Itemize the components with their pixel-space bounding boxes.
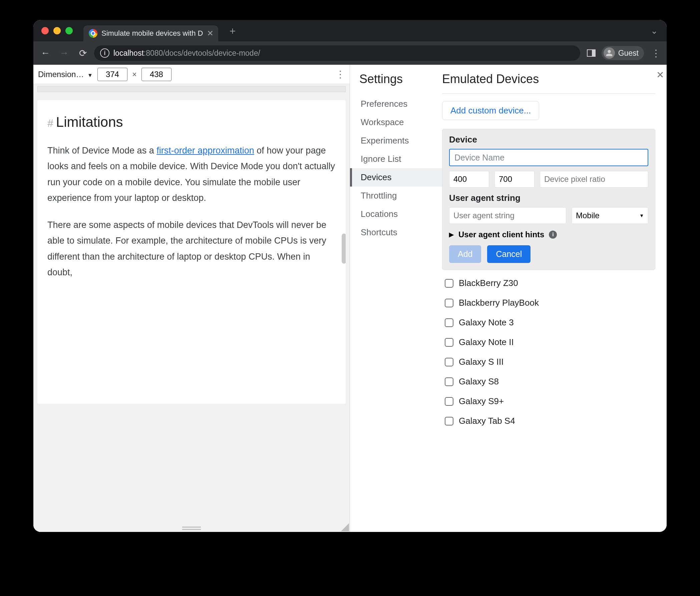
device-name-label: Galaxy Tab S4: [459, 416, 515, 426]
triangle-right-icon: ▶: [449, 231, 454, 238]
url-path: /docs/devtools/device-mode/: [163, 49, 260, 57]
settings-item-throttling[interactable]: Throttling: [359, 187, 442, 205]
tab-title: Simulate mobile devices with D: [101, 29, 203, 38]
user-agent-input[interactable]: [449, 207, 566, 224]
checkbox-icon[interactable]: [445, 279, 453, 288]
ua-client-hints-toggle[interactable]: ▶ User agent client hints i: [449, 230, 648, 239]
cancel-button[interactable]: Cancel: [487, 245, 530, 263]
settings-item-preferences[interactable]: Preferences: [359, 95, 442, 113]
device-name-label: BlackBerry Z30: [459, 278, 518, 288]
side-panel-icon[interactable]: [587, 49, 596, 57]
browser-window: Simulate mobile devices with D ✕ ＋ ⌄ ← →…: [33, 20, 667, 532]
checkbox-icon[interactable]: [445, 338, 453, 347]
device-name-input[interactable]: [449, 149, 648, 166]
device-name-label: Galaxy S8: [459, 376, 499, 387]
info-icon[interactable]: i: [549, 230, 557, 239]
ruler: [38, 86, 346, 92]
back-button[interactable]: ←: [38, 46, 53, 60]
ua-type-value: Mobile: [576, 211, 600, 220]
profile-label: Guest: [618, 49, 639, 58]
browser-tab[interactable]: Simulate mobile devices with D ✕: [83, 25, 218, 41]
device-name-label: Blackberry PlayBook: [459, 298, 539, 308]
site-info-icon[interactable]: i: [100, 48, 109, 58]
maximize-window-icon[interactable]: [66, 27, 73, 34]
toolbar: ← → ⟳ i localhost:8080/docs/devtools/dev…: [33, 41, 667, 65]
forward-button[interactable]: →: [57, 46, 71, 60]
settings-item-locations[interactable]: Locations: [359, 205, 442, 223]
minimize-window-icon[interactable]: [53, 27, 61, 34]
page-paragraph-2: There are some aspects of mobile devices…: [47, 217, 336, 280]
device-label: Device: [449, 134, 648, 145]
chevron-down-icon: ▼: [639, 213, 644, 218]
reload-button[interactable]: ⟳: [75, 46, 90, 60]
resize-grip-icon[interactable]: [182, 527, 201, 530]
device-pixel-ratio-input[interactable]: [540, 171, 648, 188]
titlebar: Simulate mobile devices with D ✕ ＋ ⌄: [33, 20, 667, 41]
device-row[interactable]: Galaxy Tab S4: [442, 411, 655, 431]
devtools-settings-pane: Settings PreferencesWorkspaceExperiments…: [350, 65, 667, 532]
add-button[interactable]: Add: [449, 245, 481, 263]
custom-device-form: Device User agent string Mobile ▼: [442, 129, 655, 270]
page-heading: # Limitations: [47, 114, 336, 130]
settings-main: ✕ Emulated Devices Add custom device... …: [442, 65, 667, 532]
close-settings-icon[interactable]: ✕: [656, 69, 664, 80]
device-row[interactable]: Galaxy S8: [442, 372, 655, 392]
url-host: localhost: [114, 49, 144, 57]
settings-item-workspace[interactable]: Workspace: [359, 113, 442, 131]
scrollbar-thumb[interactable]: [342, 233, 346, 264]
width-input[interactable]: [97, 68, 127, 81]
device-name-label: Galaxy Note II: [459, 337, 514, 347]
dimensions-label: Dimension…: [38, 70, 84, 79]
device-row[interactable]: Galaxy S III: [442, 352, 655, 372]
toolbar-right: Guest ⋮: [587, 46, 662, 60]
checkbox-icon[interactable]: [445, 397, 453, 406]
checkbox-icon[interactable]: [445, 377, 453, 386]
checkbox-icon[interactable]: [445, 299, 453, 307]
device-toolbar-menu-icon[interactable]: ⋮: [336, 69, 345, 80]
tab-close-icon[interactable]: ✕: [207, 29, 214, 38]
device-name-label: Galaxy S III: [459, 357, 503, 367]
browser-menu-icon[interactable]: ⋮: [650, 48, 662, 59]
add-custom-device-button[interactable]: Add custom device...: [442, 101, 539, 120]
device-row[interactable]: Galaxy Note 3: [442, 313, 655, 332]
dimensions-dropdown[interactable]: Dimension… ▼: [38, 70, 93, 79]
device-row[interactable]: BlackBerry Z30: [442, 273, 655, 293]
page-paragraph-1: Think of Device Mode as a first-order ap…: [47, 143, 336, 206]
device-list: BlackBerry Z30Blackberry PlayBookGalaxy …: [442, 273, 655, 431]
device-row[interactable]: Galaxy S9+: [442, 392, 655, 411]
new-tab-button[interactable]: ＋: [228, 24, 238, 38]
device-row[interactable]: Blackberry PlayBook: [442, 293, 655, 313]
settings-item-experiments[interactable]: Experiments: [359, 131, 442, 150]
device-name-label: Galaxy Note 3: [459, 317, 514, 328]
emulated-page[interactable]: # Limitations Think of Device Mode as a …: [38, 100, 346, 404]
checkbox-icon[interactable]: [445, 358, 453, 366]
divider: [442, 94, 655, 94]
times-label: ×: [132, 70, 137, 79]
height-input[interactable]: [142, 68, 172, 81]
device-width-input[interactable]: [449, 171, 489, 188]
checkbox-icon[interactable]: [445, 417, 453, 425]
first-order-link[interactable]: first-order approximation: [156, 146, 254, 155]
resize-corner-icon[interactable]: [341, 523, 349, 531]
url-port: :8080: [144, 49, 163, 57]
settings-item-ignore-list[interactable]: Ignore List: [359, 150, 442, 168]
chevron-down-icon: ▼: [88, 72, 93, 78]
user-agent-label: User agent string: [449, 193, 648, 203]
page-heading-text: Limitations: [56, 114, 123, 130]
window-controls: [41, 27, 73, 34]
device-name-label: Galaxy S9+: [459, 396, 504, 406]
device-mode-pane: Dimension… ▼ × ⋮ # Limitations Think: [33, 65, 350, 532]
address-bar[interactable]: i localhost:8080/docs/devtools/device-mo…: [94, 45, 580, 61]
close-window-icon[interactable]: [41, 27, 49, 34]
device-row[interactable]: Galaxy Note II: [442, 332, 655, 352]
device-toolbar: Dimension… ▼ × ⋮: [33, 65, 350, 84]
settings-item-shortcuts[interactable]: Shortcuts: [359, 223, 442, 242]
user-agent-type-select[interactable]: Mobile ▼: [572, 207, 648, 224]
hash-icon: #: [47, 117, 53, 129]
tab-search-icon[interactable]: ⌄: [651, 26, 658, 36]
settings-item-devices[interactable]: Devices: [350, 168, 442, 187]
settings-title: Settings: [359, 72, 442, 86]
device-height-input[interactable]: [495, 171, 534, 188]
checkbox-icon[interactable]: [445, 318, 453, 327]
profile-guest-button[interactable]: Guest: [602, 46, 644, 60]
